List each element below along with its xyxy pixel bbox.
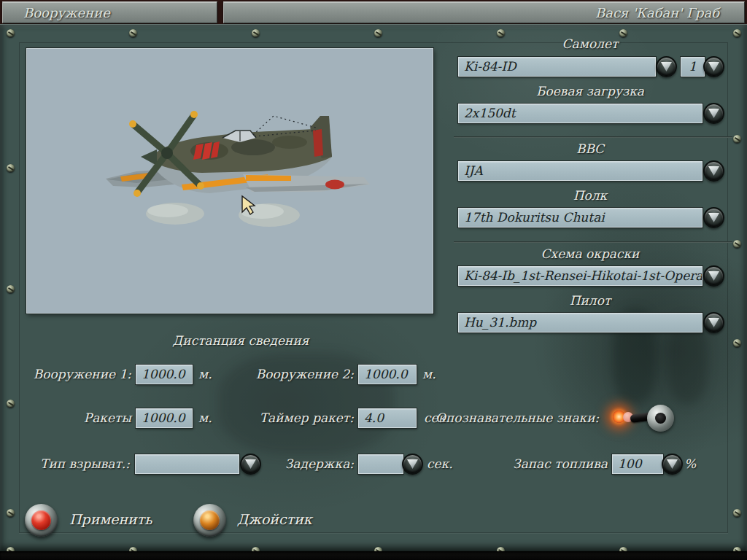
weapon1-input[interactable]: 1000.0	[136, 365, 193, 384]
fuse-type-label: Тип взрыват.:	[29, 456, 130, 471]
rockets-unit: м.	[198, 411, 212, 425]
aircraft-preview	[26, 48, 433, 314]
skin-label: Схема окраски	[454, 246, 727, 261]
rockets-label: Ракеты	[29, 411, 131, 425]
arming-screen: Вооружение Вася 'Кабан' Граб	[0, 0, 747, 560]
airforce-label: ВВС	[454, 141, 727, 156]
separator	[454, 241, 732, 243]
dropdown-arrow-icon	[245, 459, 256, 469]
rocket-timer-input[interactable]: 4.0	[358, 408, 417, 428]
joystick-button[interactable]	[193, 504, 226, 537]
regiment-label: Полк	[454, 188, 727, 203]
screw-icon	[733, 509, 741, 517]
skin-select[interactable]: Ki-84-Ib_1st-Rensei-Hikotai-1st-Operat	[458, 266, 703, 286]
aircraft-count-dropdown-button[interactable]	[703, 56, 724, 77]
screw-icon	[7, 400, 15, 408]
weapon2-label: Вооружение 2:	[241, 367, 354, 381]
apply-button[interactable]	[25, 504, 58, 537]
apply-button-dome-icon	[31, 510, 51, 530]
rockets-input[interactable]: 1000.0	[136, 408, 193, 428]
weapon2-unit: м.	[422, 367, 436, 381]
aircraft-render	[27, 49, 433, 313]
fuel-input[interactable]: 100	[612, 454, 663, 474]
separator	[454, 136, 732, 138]
delay-unit: сек.	[427, 456, 453, 471]
screw-icon	[252, 29, 260, 37]
dropdown-arrow-icon	[708, 271, 719, 281]
dropdown-arrow-icon	[667, 459, 678, 469]
pilot-name-label: Вася 'Кабан' Граб	[595, 5, 719, 20]
regiment-select[interactable]: 17th Dokuritsu Chutai	[458, 208, 703, 228]
loadout-select[interactable]: 2x150dt	[458, 104, 703, 123]
aircraft-label: Самолет	[454, 36, 727, 51]
dropdown-arrow-icon	[708, 109, 719, 118]
screw-icon	[7, 509, 15, 517]
aircraft-dropdown-button[interactable]	[656, 56, 677, 77]
tab-armament[interactable]: Вооружение	[2, 1, 217, 23]
tab-armament-label: Вооружение	[23, 5, 110, 20]
dropdown-arrow-icon	[661, 62, 672, 71]
id-marks-toggle[interactable]	[613, 402, 678, 435]
fuse-type-select[interactable]	[135, 454, 239, 474]
dropdown-arrow-icon	[407, 459, 418, 469]
fuel-unit: %	[684, 456, 696, 471]
screw-icon	[733, 240, 741, 248]
aircraft-select[interactable]: Ki-84-ID	[458, 57, 656, 77]
toggle-base	[647, 405, 674, 432]
weapon1-unit: м.	[198, 367, 212, 381]
pilot-skin-select[interactable]: Hu_31.bmp	[458, 313, 703, 332]
screw-icon	[733, 135, 741, 143]
dropdown-arrow-icon	[708, 213, 719, 222]
screw-icon	[374, 29, 382, 37]
skin-dropdown-button[interactable]	[703, 265, 724, 287]
delay-label: Задержка:	[255, 456, 354, 471]
fuel-dropdown-button[interactable]	[662, 454, 683, 475]
joystick-button-label: Джойстик	[237, 511, 312, 527]
regiment-dropdown-button[interactable]	[703, 207, 724, 228]
screw-icon	[733, 29, 741, 37]
screw-icon	[497, 29, 505, 37]
screw-icon	[733, 339, 741, 347]
dropdown-arrow-icon	[708, 62, 719, 71]
aircraft-count-field[interactable]: 1	[681, 57, 705, 77]
loadout-label: Боевая загрузка	[454, 84, 727, 98]
airforce-select[interactable]: IJA	[458, 161, 703, 181]
weapon1-label: Вооружение 1:	[29, 367, 131, 381]
loadout-dropdown-button[interactable]	[703, 103, 724, 124]
tab-pilot-name[interactable]: Вася 'Кабан' Граб	[223, 1, 745, 23]
rocket-timer-label: Таймер ракет:	[241, 411, 354, 425]
airforce-dropdown-button[interactable]	[703, 160, 724, 182]
pilot-skin-dropdown-button[interactable]	[703, 312, 724, 333]
screw-icon	[7, 285, 15, 293]
bottom-bezel	[0, 551, 747, 560]
screw-icon	[619, 29, 627, 37]
joystick-button-dome-icon	[200, 510, 220, 530]
apply-button-label: Применить	[69, 511, 152, 527]
screw-icon	[129, 29, 137, 37]
screw-icon	[7, 164, 15, 172]
id-marks-label: Опознавательные знаки:	[436, 411, 599, 425]
delay-select[interactable]	[358, 454, 403, 474]
dropdown-arrow-icon	[708, 166, 719, 176]
delay-dropdown-button[interactable]	[402, 454, 423, 475]
dropdown-arrow-icon	[708, 318, 719, 327]
weapon2-input[interactable]: 1000.0	[358, 365, 417, 384]
screw-icon	[7, 29, 15, 37]
pilot-skin-label: Пилот	[454, 293, 727, 308]
fuel-label: Запас топлива	[503, 456, 608, 471]
convergence-title: Дистанция сведения	[29, 333, 452, 348]
